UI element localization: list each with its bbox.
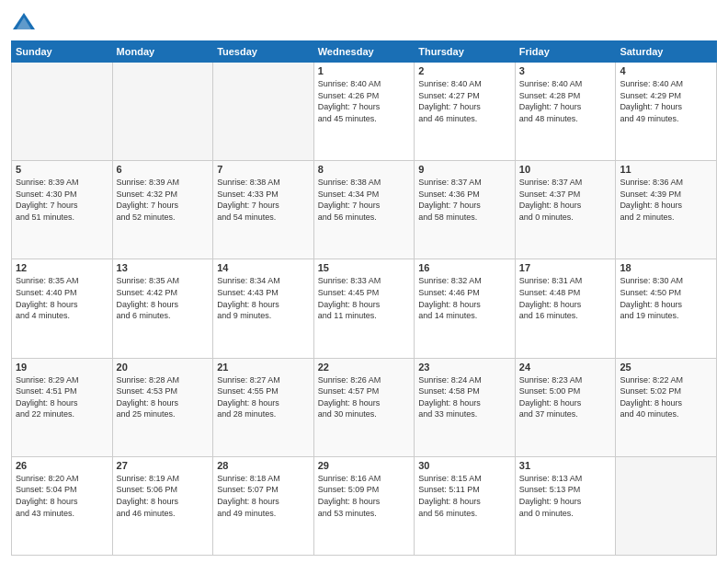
weekday-header-sunday: Sunday bbox=[12, 41, 113, 63]
calendar-cell: 22Sunrise: 8:26 AMSunset: 4:57 PMDayligh… bbox=[313, 358, 415, 456]
cell-content: Sunrise: 8:24 AMSunset: 4:58 PMDaylight:… bbox=[418, 374, 511, 420]
day-number: 10 bbox=[519, 164, 612, 175]
cell-content: Sunrise: 8:13 AMSunset: 5:13 PMDaylight:… bbox=[519, 473, 612, 519]
weekday-header-thursday: Thursday bbox=[415, 41, 516, 63]
calendar-week-4: 19Sunrise: 8:29 AMSunset: 4:51 PMDayligh… bbox=[12, 358, 717, 456]
calendar-cell: 7Sunrise: 8:38 AMSunset: 4:33 PMDaylight… bbox=[213, 161, 314, 259]
calendar-cell bbox=[616, 456, 717, 555]
calendar-cell: 10Sunrise: 8:37 AMSunset: 4:37 PMDayligh… bbox=[515, 161, 616, 259]
cell-content: Sunrise: 8:32 AMSunset: 4:46 PMDaylight:… bbox=[418, 275, 511, 321]
calendar-week-5: 26Sunrise: 8:20 AMSunset: 5:04 PMDayligh… bbox=[12, 456, 717, 555]
day-number: 27 bbox=[117, 460, 210, 471]
calendar-cell: 31Sunrise: 8:13 AMSunset: 5:13 PMDayligh… bbox=[515, 456, 616, 555]
day-number: 13 bbox=[117, 262, 210, 273]
cell-content: Sunrise: 8:15 AMSunset: 5:11 PMDaylight:… bbox=[418, 473, 511, 519]
day-number: 9 bbox=[418, 164, 511, 175]
cell-content: Sunrise: 8:31 AMSunset: 4:48 PMDaylight:… bbox=[519, 275, 612, 321]
day-number: 30 bbox=[418, 460, 511, 471]
calendar-cell: 16Sunrise: 8:32 AMSunset: 4:46 PMDayligh… bbox=[415, 259, 516, 358]
calendar-cell: 9Sunrise: 8:37 AMSunset: 4:36 PMDaylight… bbox=[415, 161, 516, 259]
page-container: SundayMondayTuesdayWednesdayThursdayFrid… bbox=[0, 0, 728, 563]
logo-icon bbox=[11, 9, 37, 35]
day-number: 24 bbox=[519, 362, 612, 373]
cell-content: Sunrise: 8:29 AMSunset: 4:51 PMDaylight:… bbox=[16, 374, 108, 420]
cell-content: Sunrise: 8:27 AMSunset: 4:55 PMDaylight:… bbox=[217, 374, 310, 420]
weekday-header-tuesday: Tuesday bbox=[213, 41, 314, 63]
weekday-header-friday: Friday bbox=[515, 41, 616, 63]
day-number: 8 bbox=[318, 164, 411, 175]
day-number: 31 bbox=[519, 460, 612, 471]
calendar-cell: 15Sunrise: 8:33 AMSunset: 4:45 PMDayligh… bbox=[313, 259, 415, 358]
calendar-cell: 27Sunrise: 8:19 AMSunset: 5:06 PMDayligh… bbox=[112, 456, 213, 555]
logo bbox=[11, 9, 40, 35]
weekday-header-monday: Monday bbox=[112, 41, 213, 63]
calendar-cell: 11Sunrise: 8:36 AMSunset: 4:39 PMDayligh… bbox=[616, 161, 717, 259]
calendar-week-1: 1Sunrise: 8:40 AMSunset: 4:26 PMDaylight… bbox=[12, 63, 717, 161]
day-number: 28 bbox=[217, 460, 310, 471]
day-number: 4 bbox=[620, 65, 712, 76]
cell-content: Sunrise: 8:39 AMSunset: 4:30 PMDaylight:… bbox=[16, 177, 108, 223]
calendar-cell: 20Sunrise: 8:28 AMSunset: 4:53 PMDayligh… bbox=[112, 358, 213, 456]
cell-content: Sunrise: 8:35 AMSunset: 4:42 PMDaylight:… bbox=[117, 275, 210, 321]
calendar-cell bbox=[213, 63, 314, 161]
cell-content: Sunrise: 8:40 AMSunset: 4:28 PMDaylight:… bbox=[519, 78, 612, 124]
calendar-cell: 24Sunrise: 8:23 AMSunset: 5:00 PMDayligh… bbox=[515, 358, 616, 456]
cell-content: Sunrise: 8:22 AMSunset: 5:02 PMDaylight:… bbox=[620, 374, 712, 420]
day-number: 15 bbox=[318, 262, 411, 273]
cell-content: Sunrise: 8:40 AMSunset: 4:27 PMDaylight:… bbox=[418, 78, 511, 124]
calendar: SundayMondayTuesdayWednesdayThursdayFrid… bbox=[11, 40, 717, 556]
calendar-cell: 29Sunrise: 8:16 AMSunset: 5:09 PMDayligh… bbox=[313, 456, 415, 555]
calendar-cell: 2Sunrise: 8:40 AMSunset: 4:27 PMDaylight… bbox=[415, 63, 516, 161]
cell-content: Sunrise: 8:34 AMSunset: 4:43 PMDaylight:… bbox=[217, 275, 310, 321]
cell-content: Sunrise: 8:38 AMSunset: 4:33 PMDaylight:… bbox=[217, 177, 310, 223]
cell-content: Sunrise: 8:33 AMSunset: 4:45 PMDaylight:… bbox=[318, 275, 411, 321]
calendar-cell: 25Sunrise: 8:22 AMSunset: 5:02 PMDayligh… bbox=[616, 358, 717, 456]
calendar-cell: 3Sunrise: 8:40 AMSunset: 4:28 PMDaylight… bbox=[515, 63, 616, 161]
weekday-header-wednesday: Wednesday bbox=[313, 41, 415, 63]
cell-content: Sunrise: 8:19 AMSunset: 5:06 PMDaylight:… bbox=[117, 473, 210, 519]
cell-content: Sunrise: 8:40 AMSunset: 4:29 PMDaylight:… bbox=[620, 78, 712, 124]
day-number: 22 bbox=[318, 362, 411, 373]
cell-content: Sunrise: 8:37 AMSunset: 4:36 PMDaylight:… bbox=[418, 177, 511, 223]
weekday-header-saturday: Saturday bbox=[616, 41, 717, 63]
day-number: 3 bbox=[519, 65, 612, 76]
day-number: 6 bbox=[117, 164, 210, 175]
cell-content: Sunrise: 8:23 AMSunset: 5:00 PMDaylight:… bbox=[519, 374, 612, 420]
calendar-cell: 6Sunrise: 8:39 AMSunset: 4:32 PMDaylight… bbox=[112, 161, 213, 259]
cell-content: Sunrise: 8:35 AMSunset: 4:40 PMDaylight:… bbox=[16, 275, 108, 321]
day-number: 14 bbox=[217, 262, 310, 273]
calendar-cell: 18Sunrise: 8:30 AMSunset: 4:50 PMDayligh… bbox=[616, 259, 717, 358]
cell-content: Sunrise: 8:30 AMSunset: 4:50 PMDaylight:… bbox=[620, 275, 712, 321]
cell-content: Sunrise: 8:39 AMSunset: 4:32 PMDaylight:… bbox=[117, 177, 210, 223]
day-number: 25 bbox=[620, 362, 712, 373]
day-number: 1 bbox=[318, 65, 411, 76]
calendar-cell: 14Sunrise: 8:34 AMSunset: 4:43 PMDayligh… bbox=[213, 259, 314, 358]
calendar-cell: 26Sunrise: 8:20 AMSunset: 5:04 PMDayligh… bbox=[12, 456, 113, 555]
calendar-cell: 23Sunrise: 8:24 AMSunset: 4:58 PMDayligh… bbox=[415, 358, 516, 456]
calendar-cell: 12Sunrise: 8:35 AMSunset: 4:40 PMDayligh… bbox=[12, 259, 113, 358]
cell-content: Sunrise: 8:40 AMSunset: 4:26 PMDaylight:… bbox=[318, 78, 411, 124]
cell-content: Sunrise: 8:16 AMSunset: 5:09 PMDaylight:… bbox=[318, 473, 411, 519]
calendar-cell: 13Sunrise: 8:35 AMSunset: 4:42 PMDayligh… bbox=[112, 259, 213, 358]
day-number: 21 bbox=[217, 362, 310, 373]
calendar-cell: 28Sunrise: 8:18 AMSunset: 5:07 PMDayligh… bbox=[213, 456, 314, 555]
calendar-cell: 4Sunrise: 8:40 AMSunset: 4:29 PMDaylight… bbox=[616, 63, 717, 161]
day-number: 20 bbox=[117, 362, 210, 373]
calendar-week-3: 12Sunrise: 8:35 AMSunset: 4:40 PMDayligh… bbox=[12, 259, 717, 358]
cell-content: Sunrise: 8:36 AMSunset: 4:39 PMDaylight:… bbox=[620, 177, 712, 223]
day-number: 29 bbox=[318, 460, 411, 471]
day-number: 2 bbox=[418, 65, 511, 76]
day-number: 7 bbox=[217, 164, 310, 175]
cell-content: Sunrise: 8:37 AMSunset: 4:37 PMDaylight:… bbox=[519, 177, 612, 223]
day-number: 23 bbox=[418, 362, 511, 373]
weekday-header-row: SundayMondayTuesdayWednesdayThursdayFrid… bbox=[12, 41, 717, 63]
calendar-cell bbox=[12, 63, 113, 161]
calendar-cell: 8Sunrise: 8:38 AMSunset: 4:34 PMDaylight… bbox=[313, 161, 415, 259]
cell-content: Sunrise: 8:18 AMSunset: 5:07 PMDaylight:… bbox=[217, 473, 310, 519]
calendar-cell: 21Sunrise: 8:27 AMSunset: 4:55 PMDayligh… bbox=[213, 358, 314, 456]
calendar-cell: 30Sunrise: 8:15 AMSunset: 5:11 PMDayligh… bbox=[415, 456, 516, 555]
header bbox=[11, 9, 717, 35]
day-number: 11 bbox=[620, 164, 712, 175]
day-number: 26 bbox=[16, 460, 108, 471]
calendar-cell: 1Sunrise: 8:40 AMSunset: 4:26 PMDaylight… bbox=[313, 63, 415, 161]
